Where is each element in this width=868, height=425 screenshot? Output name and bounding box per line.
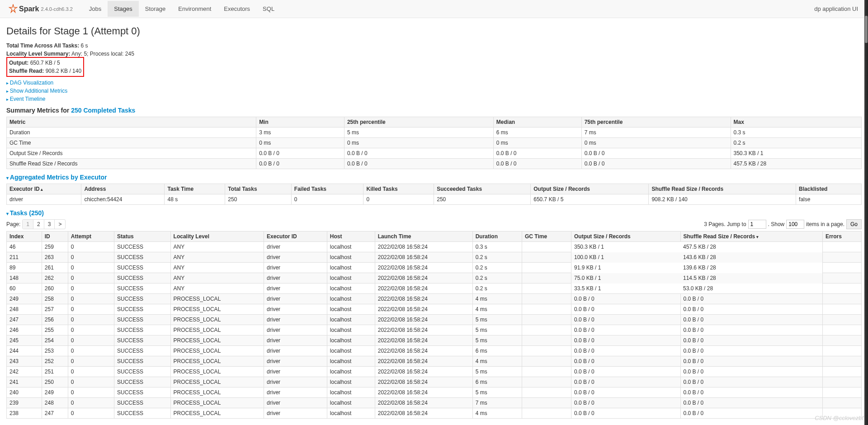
nav-tab-stages[interactable]: Stages [108,1,138,17]
jump-input[interactable] [748,220,766,229]
completed-tasks-link[interactable]: 250 Completed Tasks [71,107,135,114]
items-suffix: items in a page. [806,221,844,227]
cell: 249 [42,387,68,398]
app-name[interactable]: dp application UI [808,5,864,12]
col-header[interactable]: Index [7,231,42,242]
col-header[interactable]: Launch Time [375,231,472,242]
cell: 246 [7,325,42,335]
table-row: 2452540SUCCESSPROCESS_LOCALdriverlocalho… [7,335,862,346]
cell: 251 [42,367,68,377]
locality-value: Any: 5; Process local: 245 [71,51,134,57]
cell: 0.0 B / 0 [680,304,822,315]
cell: 350.3 KB / 1 [731,148,862,159]
cell: driver [264,315,327,325]
col-header[interactable]: Shuffle Read Size / Records ▾ [680,231,822,242]
col-header[interactable]: Locality Level [170,231,264,242]
cell: 5 ms [344,128,493,138]
cell [822,304,861,315]
scrollbar[interactable] [864,0,868,425]
cell: localhost [327,263,375,273]
dag-link[interactable]: DAG Visualization [6,79,862,87]
cell: 263 [42,252,68,263]
additional-metrics-link[interactable]: Show Additional Metrics [6,87,862,95]
main-container: Details for Stage 1 (Attempt 0) Total Ti… [0,18,868,425]
page-btn[interactable]: > [55,220,65,229]
cell: SUCCESS [114,294,171,304]
cell: 0.0 B / 0 [680,356,822,367]
event-timeline-link[interactable]: Event Timeline [6,95,862,103]
col-header[interactable]: Max [731,117,862,128]
cell: 254 [42,335,68,346]
nav-tab-jobs[interactable]: Jobs [83,1,108,17]
cell: 4 ms [472,294,522,304]
cell: 257 [42,304,68,315]
col-header[interactable]: Output Size / Records [531,184,649,194]
col-header[interactable]: Attempt [68,231,114,242]
col-header[interactable]: Shuffle Read Size / Records [649,184,796,194]
col-header[interactable]: Host [327,231,375,242]
spark-logo-icon [8,4,18,14]
cell: 0.0 B / 0 [680,346,822,356]
cell: 2022/02/08 16:58:24 [375,387,472,398]
col-header[interactable]: Succeeded Tasks [434,184,531,194]
show-input[interactable] [786,220,804,229]
col-header[interactable]: Task Time [165,184,225,194]
total-time-label: Total Time Across All Tasks: [6,42,79,49]
stage-summary: Total Time Across All Tasks: 6 s Localit… [6,42,862,77]
col-header[interactable]: Median [493,117,581,128]
cell: 241 [7,377,42,387]
col-header[interactable]: 75th percentile [581,117,731,128]
cell: 89 [7,263,42,273]
col-header[interactable]: Failed Tasks [291,184,363,194]
shuffle-label: Shuffle Read: [9,68,44,74]
col-header[interactable]: Executor ID [264,231,327,242]
page-btn[interactable]: 2 [33,220,44,229]
nav-tab-sql[interactable]: SQL [256,1,281,17]
cell: GC Time [7,138,256,148]
cell: 0.2 s [731,138,862,148]
cell [522,242,571,252]
col-header[interactable]: Killed Tasks [363,184,434,194]
col-header[interactable]: Address [81,184,165,194]
col-header[interactable]: 25th percentile [344,117,493,128]
nav-tab-executors[interactable]: Executors [217,1,256,17]
nav-tab-environment[interactable]: Environment [172,1,217,17]
cell: 0 [68,398,114,408]
scroll-thumb[interactable] [865,16,868,43]
cell: 243 [7,356,42,367]
cell: 0.0 B / 0 [571,398,681,408]
cell: 0.0 B / 0 [571,377,681,387]
cell: 5 ms [472,315,522,325]
cell: 0.0 B / 0 [680,367,822,377]
col-header[interactable]: GC Time [522,231,571,242]
col-header[interactable]: Min [256,117,344,128]
cell [822,335,861,346]
tasks-title[interactable]: Tasks (250) [6,209,862,217]
nav-tab-storage[interactable]: Storage [139,1,172,17]
col-header[interactable]: Status [114,231,171,242]
cell: 908.2 KB / 140 [649,194,796,205]
cell: 0.0 B / 0 [256,159,344,169]
cell: localhost [327,335,375,346]
cell: 240 [7,387,42,398]
col-header[interactable]: Metric [7,117,256,128]
col-header[interactable]: Errors [822,231,861,242]
cell: 2022/02/08 16:58:24 [375,408,472,419]
col-header[interactable]: Total Tasks [225,184,292,194]
col-header[interactable]: Output Size / Records [571,231,681,242]
go-button[interactable]: Go [846,219,862,229]
cell: localhost [327,367,375,377]
cell: 0.2 s [472,273,522,283]
col-header[interactable]: Blacklisted [796,184,862,194]
cell: driver [264,283,327,294]
brand[interactable]: Spark 2.4.0-cdh6.3.2 [4,4,77,14]
page-btn[interactable]: 1 [23,220,33,229]
cell: localhost [327,346,375,356]
cell [822,408,861,419]
col-header[interactable]: Duration [472,231,522,242]
col-header[interactable]: Executor ID ▴ [7,184,81,194]
cell: SUCCESS [114,346,171,356]
aggregated-metrics-title[interactable]: Aggregated Metrics by Executor [6,174,862,181]
col-header[interactable]: ID [42,231,68,242]
page-btn[interactable]: 3 [44,220,55,229]
